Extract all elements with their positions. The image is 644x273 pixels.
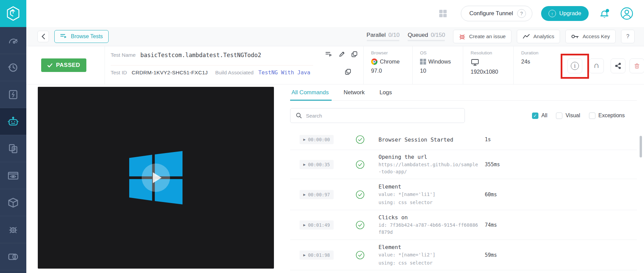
bug-icon xyxy=(7,224,19,235)
tunnel-button[interactable]: ∩ xyxy=(589,58,604,73)
clock-history-icon xyxy=(7,62,19,73)
sidebar-item-lt-browser[interactable] xyxy=(0,243,26,270)
command-row[interactable]: ▶ 00:01:98 Element value: *[name='li2'] … xyxy=(290,240,637,270)
secondary-toolbar: Browse Tests Parallel 0/10 Queued 0/150 … xyxy=(26,27,644,46)
sidebar-item-realtime[interactable] xyxy=(0,54,26,81)
success-check-icon xyxy=(356,220,365,229)
command-timestamp[interactable]: ▶ 00:01:49 xyxy=(300,220,334,229)
delete-button[interactable] xyxy=(629,58,644,73)
queued-value: 0/150 xyxy=(431,32,445,39)
share-button[interactable] xyxy=(611,58,625,73)
command-duration: 59ms xyxy=(485,252,497,258)
command-timestamp[interactable]: ▶ 00:00:97 xyxy=(300,190,334,199)
package-box-icon xyxy=(7,197,19,208)
checkbox-all[interactable]: ✓ All xyxy=(532,113,548,119)
command-detail: https://lambdatest.github.io/sample-todo… xyxy=(379,161,480,175)
lightning-square-icon xyxy=(7,89,19,100)
status-badge: PASSED xyxy=(41,58,86,72)
queued-metric: Queued 0/150 xyxy=(408,32,445,41)
play-small-icon: ▶ xyxy=(303,138,306,141)
os-version: 10 xyxy=(420,68,463,74)
command-timestamp[interactable]: ▶ 00:00:35 xyxy=(300,160,334,169)
test-info-band: PASSED Test Name basicTestcom.lambdatest… xyxy=(26,46,644,84)
back-button[interactable] xyxy=(37,31,49,42)
command-detail: using: css selector xyxy=(379,259,480,266)
tunnel-help-icon[interactable]: ? xyxy=(517,9,526,18)
tab-logs[interactable]: Logs xyxy=(380,84,392,100)
upgrade-button[interactable]: ↑ Upgrade xyxy=(541,6,589,21)
success-check-icon xyxy=(356,160,365,169)
share-icon xyxy=(615,63,621,69)
sidebar-item-dashboard[interactable] xyxy=(0,27,26,54)
command-title: Element xyxy=(379,183,480,190)
sidebar-item-bug-tracker[interactable] xyxy=(0,216,26,243)
command-row[interactable]: ▶ 00:00:00 Browser Session Started 1s xyxy=(290,129,637,150)
sidebar-item-visual-browser[interactable] xyxy=(0,162,26,189)
command-timestamp[interactable]: ▶ 00:01:98 xyxy=(300,250,334,259)
os-column: OS Windows 10 xyxy=(412,46,463,84)
sidebar-item-automation-active[interactable] xyxy=(0,108,26,135)
windows-icon xyxy=(420,59,426,65)
analytics-button[interactable]: Analytics xyxy=(517,30,560,43)
view-steps-icon[interactable] xyxy=(325,51,333,57)
documents-icon xyxy=(7,143,19,154)
browser-version: 97.0 xyxy=(371,68,412,74)
upgrade-arrow-icon: ↑ xyxy=(549,10,556,17)
configure-tunnel-button[interactable]: Configure Tunnel ? xyxy=(461,6,532,21)
notifications-bell-icon[interactable] xyxy=(597,7,611,20)
copy-test-name-icon[interactable] xyxy=(351,51,358,57)
lambdatest-logo[interactable] xyxy=(0,0,26,27)
tab-all-commands[interactable]: All Commands xyxy=(291,84,329,100)
command-detail: id: 7f36b424-a787-4b66-9154-ff60886f879d xyxy=(379,222,480,236)
access-key-button[interactable]: Access Key xyxy=(565,30,616,43)
browser-eye-icon xyxy=(7,170,19,181)
command-row[interactable]: Clicks on xyxy=(290,270,637,273)
command-timestamp[interactable]: ▶ 00:00:00 xyxy=(300,135,334,144)
sidebar-item-test-files[interactable] xyxy=(0,135,26,162)
command-duration: 60ms xyxy=(485,192,497,198)
browse-tests-button[interactable]: Browse Tests xyxy=(54,30,109,43)
top-header: Configure Tunnel ? ↑ Upgrade xyxy=(26,0,644,27)
build-associated-link[interactable]: TestNG With Java xyxy=(258,69,310,76)
session-video-player[interactable] xyxy=(38,87,274,269)
search-input[interactable] xyxy=(306,113,459,119)
command-title: Clicks on xyxy=(379,214,480,221)
lambdatest-logo-icon xyxy=(6,6,20,21)
play-small-icon: ▶ xyxy=(303,193,306,196)
play-small-icon: ▶ xyxy=(303,163,306,166)
duration-label: Duration xyxy=(521,50,554,55)
parallel-label: Parallel xyxy=(367,32,386,39)
access-key-label: Access Key xyxy=(583,33,610,40)
search-box[interactable] xyxy=(290,108,465,123)
command-row[interactable]: ▶ 00:00:35 Opening the url https://lambd… xyxy=(290,150,637,179)
profile-avatar-icon[interactable] xyxy=(620,6,634,21)
checkbox-visual[interactable]: Visual xyxy=(556,113,580,119)
checkbox-exceptions-label: Exceptions xyxy=(598,113,625,119)
sidebar-item-app-automation[interactable] xyxy=(0,81,26,108)
commands-scrollbar[interactable] xyxy=(640,136,642,157)
issue-bug-icon xyxy=(459,33,466,40)
create-issue-button[interactable]: Create an issue xyxy=(453,30,511,43)
analytics-chart-icon xyxy=(523,34,530,39)
copy-test-id-icon[interactable] xyxy=(345,69,351,75)
command-row[interactable]: ▶ 00:01:49 Clicks on id: 7f36b424-a787-4… xyxy=(290,210,637,240)
video-play-button[interactable] xyxy=(142,164,170,192)
tab-network[interactable]: Network xyxy=(344,84,365,100)
edit-pencil-icon[interactable] xyxy=(339,51,345,57)
analytics-label: Analytics xyxy=(533,33,554,40)
configure-tunnel-label: Configure Tunnel xyxy=(469,10,513,17)
browser-column: Browser Chrome 97.0 xyxy=(363,46,412,84)
os-label: OS xyxy=(420,50,463,55)
command-row[interactable]: ▶ 00:00:97 Element value: *[name='li1'] … xyxy=(290,179,637,210)
session-info-button[interactable]: i xyxy=(567,58,582,73)
help-button[interactable]: ? xyxy=(621,30,635,43)
lambdatest-automation-page: Configure Tunnel ? ↑ Upgrade xyxy=(0,0,644,273)
test-name-label: Test Name xyxy=(111,52,136,58)
sidebar-item-hyperexecute[interactable] xyxy=(0,189,26,216)
apps-grid-icon[interactable] xyxy=(439,9,447,18)
browser-label: Browser xyxy=(371,50,412,55)
key-icon xyxy=(571,34,579,39)
resolution-value: 1920x1080 xyxy=(471,69,513,75)
checkbox-exceptions[interactable]: Exceptions xyxy=(589,113,625,119)
play-small-icon: ▶ xyxy=(303,223,306,227)
